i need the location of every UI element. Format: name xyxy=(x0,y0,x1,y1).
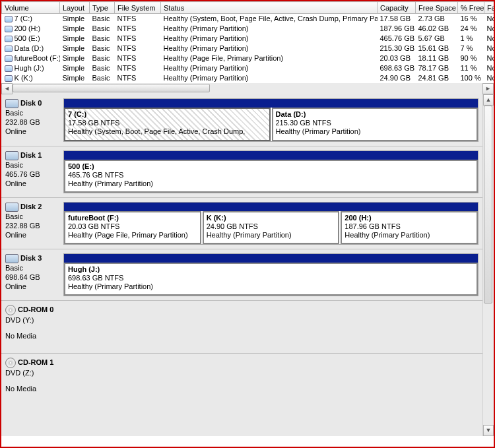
disk-state: No Media xyxy=(5,331,59,340)
partition-name: Data (D:) xyxy=(276,110,475,119)
partition[interactable]: K (K:)24.90 GB NTFSHealthy (Primary Part… xyxy=(203,211,340,244)
vol-type: Basic xyxy=(90,14,115,24)
col-free[interactable]: Free Space xyxy=(416,2,458,14)
vol-fault: No xyxy=(484,53,496,63)
partition-sub: 20.03 GB NTFS xyxy=(68,222,197,231)
vol-capacity: 17.58 GB xyxy=(378,14,416,24)
volume-icon xyxy=(5,26,13,32)
partition-name: 500 (E:) xyxy=(68,162,474,171)
vol-capacity: 215.30 GB xyxy=(378,44,416,53)
partition-area xyxy=(62,354,482,406)
partition[interactable]: futureBoot (F:)20.03 GB NTFSHealthy (Pag… xyxy=(64,211,201,244)
vol-status: Healthy (Page File, Primary Partition) xyxy=(161,53,378,63)
scroll-track[interactable] xyxy=(483,106,494,425)
volume-icon xyxy=(5,16,13,22)
vol-pct: 100 % xyxy=(458,73,484,83)
volume-row[interactable]: 200 (H:)SimpleBasicNTFSHealthy (Primary … xyxy=(2,24,496,34)
disk-state: Online xyxy=(5,230,59,240)
partition-name: Hugh (J:) xyxy=(68,265,474,274)
disk-row[interactable]: Disk 3Basic698.64 GBOnlineHugh (J:)698.6… xyxy=(1,249,482,300)
col-fault[interactable]: Fault xyxy=(484,2,496,14)
partition-status: Healthy (Primary Partition) xyxy=(68,179,474,188)
vol-fault: No xyxy=(484,63,496,73)
disk-row[interactable]: Disk 1Basic465.76 GBOnline500 (E:)465.76… xyxy=(1,146,482,197)
disk-stripe xyxy=(63,150,478,160)
vol-pct: 1 % xyxy=(458,34,484,44)
partition-sub: 187.96 GB NTFS xyxy=(345,222,474,231)
col-capacity[interactable]: Capacity xyxy=(378,2,416,14)
partition-boxes: 500 (E:)465.76 GB NTFSHealthy (Primary P… xyxy=(63,160,478,193)
volume-table[interactable]: Volume Layout Type File System Status Ca… xyxy=(1,1,495,83)
harddisk-icon xyxy=(5,151,18,160)
vol-fs: NTFS xyxy=(115,63,161,73)
scroll-right-icon[interactable]: ► xyxy=(482,83,494,94)
col-volume[interactable]: Volume xyxy=(2,2,60,14)
vol-type: Basic xyxy=(90,73,115,83)
disk-label[interactable]: Disk 0Basic232.88 GBOnline xyxy=(1,94,62,146)
scroll-up-icon[interactable]: ▲ xyxy=(483,94,494,106)
vol-status: Healthy (Primary Partition) xyxy=(161,63,378,73)
disk-label[interactable]: CD-ROM 0DVD (Y:)No Media xyxy=(1,301,62,353)
partition[interactable]: Hugh (J:)698.63 GB NTFSHealthy (Primary … xyxy=(64,263,478,296)
disk-row[interactable]: Disk 2Basic232.88 GBOnlinefutureBoot (F:… xyxy=(1,197,482,249)
col-type[interactable]: Type xyxy=(90,2,115,14)
scroll-down-icon[interactable]: ▼ xyxy=(483,425,494,436)
vol-fs: NTFS xyxy=(115,53,161,63)
horizontal-scrollbar[interactable]: ◄ ► xyxy=(1,83,494,94)
harddisk-icon xyxy=(5,203,18,212)
disk-graphical-view[interactable]: Disk 0Basic232.88 GBOnline7 (C:)17.58 GB… xyxy=(1,94,482,436)
col-layout[interactable]: Layout xyxy=(60,2,90,14)
column-header-row[interactable]: Volume Layout Type File System Status Ca… xyxy=(2,2,496,14)
partition[interactable]: 7 (C:)17.58 GB NTFSHealthy (System, Boot… xyxy=(64,108,271,141)
disk-stripe xyxy=(63,253,478,263)
disk-label[interactable]: Disk 3Basic698.64 GBOnline xyxy=(1,249,62,300)
volume-row[interactable]: 500 (E:)SimpleBasicNTFSHealthy (Primary … xyxy=(2,34,496,44)
disk-row[interactable]: Disk 0Basic232.88 GBOnline7 (C:)17.58 GB… xyxy=(1,94,482,146)
scroll-left-icon[interactable]: ◄ xyxy=(1,83,13,94)
disk-label[interactable]: Disk 2Basic232.88 GBOnline xyxy=(1,198,62,249)
disk-stripe xyxy=(63,98,478,108)
partition[interactable]: Data (D:)215.30 GB NTFSHealthy (Primary … xyxy=(272,108,478,141)
harddisk-icon xyxy=(5,254,18,263)
vertical-scrollbar[interactable]: ▲ ▼ xyxy=(482,94,494,436)
disk-type: Basic xyxy=(5,160,59,170)
vol-capacity: 465.76 GB xyxy=(378,34,416,44)
volume-row[interactable]: Data (D:)SimpleBasicNTFSHealthy (Primary… xyxy=(2,44,496,53)
disk-id: Disk 3 xyxy=(20,254,42,262)
vol-layout: Simple xyxy=(60,44,90,53)
vol-layout: Simple xyxy=(60,14,90,24)
partition[interactable]: 200 (H:)187.96 GB NTFSHealthy (Primary P… xyxy=(341,211,478,244)
col-fs[interactable]: File System xyxy=(115,2,161,14)
vol-name: 500 (E:) xyxy=(2,34,60,44)
vol-status: Healthy (Primary Partition) xyxy=(161,34,378,44)
partition[interactable]: 500 (E:)465.76 GB NTFSHealthy (Primary P… xyxy=(64,160,478,193)
col-status[interactable]: Status xyxy=(161,2,378,14)
disk-id: CD-ROM 0 xyxy=(18,305,53,313)
disk-row[interactable]: CD-ROM 1DVD (Z:)No Media xyxy=(1,353,482,406)
scroll-thumb[interactable] xyxy=(13,84,210,92)
vol-name: 7 (C:) xyxy=(2,14,60,24)
vol-free: 5.67 GB xyxy=(416,34,458,44)
vol-fault: No xyxy=(484,73,496,83)
vol-status: Healthy (Primary Partition) xyxy=(161,44,378,53)
volume-row[interactable]: futureBoot (F:)SimpleBasicNTFSHealthy (P… xyxy=(2,53,496,63)
disk-label[interactable]: Disk 1Basic465.76 GBOnline xyxy=(1,146,62,197)
volume-row[interactable]: K (K:)SimpleBasicNTFSHealthy (Primary Pa… xyxy=(2,73,496,83)
disk-label[interactable]: CD-ROM 1DVD (Z:)No Media xyxy=(1,354,62,406)
vol-fs: NTFS xyxy=(115,44,161,53)
volume-row[interactable]: 7 (C:)SimpleBasicNTFSHealthy (System, Bo… xyxy=(2,14,496,24)
volume-row[interactable]: Hugh (J:)SimpleBasicNTFSHealthy (Primary… xyxy=(2,63,496,73)
vol-layout: Simple xyxy=(60,73,90,83)
disk-type: Basic xyxy=(5,212,59,221)
scroll-track[interactable] xyxy=(13,83,482,94)
scroll-thumb[interactable] xyxy=(484,106,492,304)
vol-free: 78.17 GB xyxy=(416,63,458,73)
partition-area xyxy=(62,301,482,353)
disk-state: No Media xyxy=(5,384,59,393)
disk-size: 465.76 GB xyxy=(5,170,59,179)
col-pct[interactable]: % Free xyxy=(458,2,484,14)
disk-size: 232.88 GB xyxy=(5,117,59,127)
disk-row[interactable]: CD-ROM 0DVD (Y:)No Media xyxy=(1,300,482,353)
partition-sub: 465.76 GB NTFS xyxy=(68,171,474,179)
vol-free: 46.02 GB xyxy=(416,24,458,34)
